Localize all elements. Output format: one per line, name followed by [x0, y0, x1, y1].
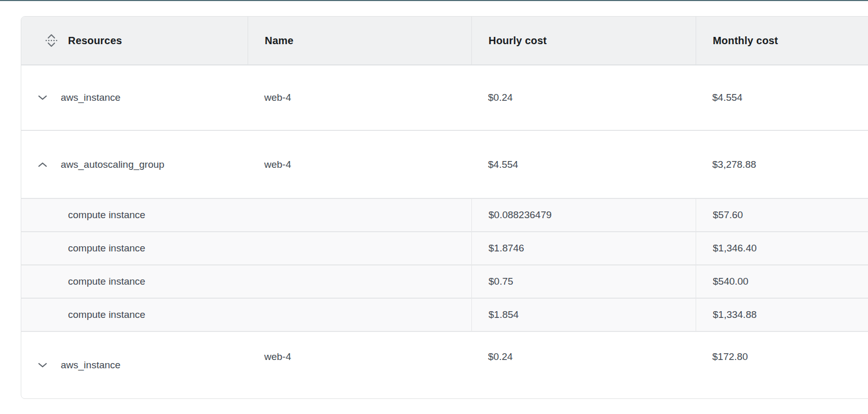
cell-name: web-4: [248, 131, 471, 198]
drag-handle-icon[interactable]: [44, 32, 59, 49]
resource-row-aws-instance[interactable]: aws_instance web-4 $0.24 $172.80: [21, 331, 868, 398]
sub-resource-row: compute instance $1.8746 $1,346.40: [21, 231, 868, 264]
resource-row-aws-instance[interactable]: aws_instance web-4 $0.24 $4.554: [21, 65, 868, 131]
cell-monthly-cost: $4.554: [696, 65, 868, 130]
cell-name: web-4: [248, 324, 471, 390]
cell-sub-resource: compute instance: [21, 265, 471, 298]
sub-resource-row: compute instance $0.088236479 $57.60: [21, 198, 868, 231]
top-accent-line: [0, 0, 868, 1]
cell-sub-resource: compute instance: [21, 199, 471, 231]
column-header-resources: Resources: [21, 17, 248, 64]
cell-monthly-cost: $3,278.88: [696, 131, 868, 198]
cell-monthly-cost: $1,346.40: [696, 232, 868, 264]
sub-resource-row: compute instance $0.75 $540.00: [21, 264, 868, 298]
table-header-row: Resources Name Hourly cost Monthly cost: [21, 17, 868, 65]
chevron-down-icon[interactable]: [38, 363, 47, 368]
cell-sub-resource: compute instance: [21, 232, 471, 264]
cell-resource: aws_autoscaling_group: [21, 131, 248, 198]
chevron-down-icon[interactable]: [38, 95, 47, 100]
column-header-monthly-cost: Monthly cost: [696, 17, 868, 64]
resource-label: aws_autoscaling_group: [61, 159, 165, 170]
cell-hourly-cost: $1.8746: [471, 232, 696, 264]
cell-hourly-cost: $0.24: [471, 324, 696, 390]
cell-resource: aws_instance: [21, 332, 248, 398]
resource-label: aws_instance: [61, 359, 120, 371]
column-header-name: Name: [248, 17, 471, 64]
cell-hourly-cost: $4.554: [471, 131, 696, 198]
resource-row-aws-autoscaling-group[interactable]: aws_autoscaling_group web-4 $4.554 $3,27…: [21, 131, 868, 198]
cell-hourly-cost: $0.24: [471, 65, 696, 130]
resource-label: aws_instance: [61, 92, 120, 103]
column-header-label: Resources: [68, 35, 122, 47]
cell-monthly-cost: $540.00: [696, 265, 868, 298]
chevron-up-icon[interactable]: [38, 162, 47, 167]
cell-monthly-cost: $57.60: [696, 199, 868, 231]
cell-hourly-cost: $0.088236479: [471, 199, 696, 231]
column-header-hourly-cost: Hourly cost: [471, 17, 696, 64]
cell-hourly-cost: $0.75: [471, 265, 696, 298]
cell-name: web-4: [248, 65, 471, 130]
cell-monthly-cost: $172.80: [696, 324, 868, 390]
cost-breakdown-table: Resources Name Hourly cost Monthly cost …: [21, 16, 868, 399]
cell-resource: aws_instance: [21, 65, 248, 130]
